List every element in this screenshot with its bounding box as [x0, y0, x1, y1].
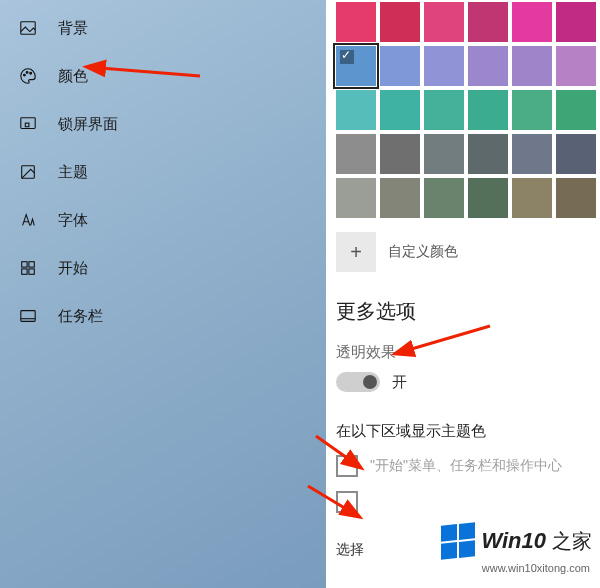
- color-swatch[interactable]: [468, 2, 508, 42]
- color-swatch[interactable]: [336, 178, 376, 218]
- color-swatch[interactable]: [556, 134, 596, 174]
- watermark-brand: Win10: [481, 528, 546, 554]
- color-swatch[interactable]: [512, 134, 552, 174]
- taskbar-icon: [18, 306, 38, 326]
- svg-point-1: [24, 74, 26, 76]
- image-icon: [18, 18, 38, 38]
- windows-icon: [441, 522, 475, 560]
- color-swatch[interactable]: [556, 178, 596, 218]
- start-icon: [18, 258, 38, 278]
- transparency-toggle[interactable]: [336, 372, 380, 392]
- svg-rect-10: [29, 269, 34, 274]
- color-swatch[interactable]: [512, 2, 552, 42]
- color-swatch[interactable]: [424, 134, 464, 174]
- accent-check-row-start: "开始"菜单、任务栏和操作中心: [336, 455, 600, 477]
- color-swatch[interactable]: [336, 134, 376, 174]
- sidebar-item-label: 颜色: [58, 67, 88, 86]
- color-swatch[interactable]: [336, 2, 376, 42]
- watermark-logo: Win10 之家: [441, 524, 592, 558]
- svg-rect-8: [29, 262, 34, 267]
- svg-rect-7: [22, 262, 27, 267]
- color-swatch[interactable]: [468, 90, 508, 130]
- accent-check-2[interactable]: [336, 491, 358, 513]
- color-swatch[interactable]: [468, 46, 508, 86]
- color-swatch[interactable]: [424, 178, 464, 218]
- settings-sidebar: 背景 颜色 锁屏界面 主题 字体: [0, 0, 326, 588]
- accent-check-start[interactable]: [336, 455, 358, 477]
- sidebar-item-lockscreen[interactable]: 锁屏界面: [0, 100, 326, 148]
- sidebar-item-label: 背景: [58, 19, 88, 38]
- color-swatch[interactable]: [424, 46, 464, 86]
- sidebar-item-fonts[interactable]: 字体: [0, 196, 326, 244]
- color-swatch[interactable]: [512, 46, 552, 86]
- color-swatch[interactable]: [424, 2, 464, 42]
- color-swatch[interactable]: [380, 2, 420, 42]
- color-swatch[interactable]: [556, 2, 596, 42]
- color-swatch[interactable]: [512, 90, 552, 130]
- transparency-toggle-text: 开: [392, 373, 407, 392]
- svg-rect-5: [25, 123, 29, 127]
- watermark-url: www.win10xitong.com: [482, 562, 590, 574]
- sidebar-item-label: 字体: [58, 211, 88, 230]
- svg-point-3: [30, 72, 32, 74]
- sidebar-item-label: 主题: [58, 163, 88, 182]
- color-swatch[interactable]: [380, 134, 420, 174]
- sidebar-item-label: 锁屏界面: [58, 115, 118, 134]
- accent-check-label: "开始"菜单、任务栏和操作中心: [370, 457, 562, 475]
- sidebar-item-background[interactable]: 背景: [0, 4, 326, 52]
- lockscreen-icon: [18, 114, 38, 134]
- color-swatch[interactable]: [336, 90, 376, 130]
- font-icon: [18, 210, 38, 230]
- sidebar-item-themes[interactable]: 主题: [0, 148, 326, 196]
- custom-color-row: + 自定义颜色: [336, 232, 600, 272]
- sidebar-item-colors[interactable]: 颜色: [0, 52, 326, 100]
- settings-main: ✓ + 自定义颜色 更多选项 透明效果 开 在以下区域显示主题色 "开始"菜单、…: [326, 0, 600, 588]
- color-swatch[interactable]: [468, 178, 508, 218]
- sidebar-item-label: 任务栏: [58, 307, 103, 326]
- more-options-title: 更多选项: [336, 298, 600, 325]
- accent-areas-title: 在以下区域显示主题色: [336, 422, 600, 441]
- watermark-suffix: 之家: [552, 528, 592, 555]
- color-swatch[interactable]: [380, 178, 420, 218]
- palette-icon: [18, 66, 38, 86]
- color-swatch[interactable]: ✓: [336, 46, 376, 86]
- svg-rect-9: [22, 269, 27, 274]
- sidebar-item-start[interactable]: 开始: [0, 244, 326, 292]
- accent-check-row-2: [336, 491, 600, 513]
- custom-color-add-button[interactable]: +: [336, 232, 376, 272]
- theme-icon: [18, 162, 38, 182]
- color-swatch[interactable]: [556, 46, 596, 86]
- color-swatch[interactable]: [512, 178, 552, 218]
- custom-color-label: 自定义颜色: [388, 243, 458, 261]
- color-swatch[interactable]: [424, 90, 464, 130]
- color-swatch[interactable]: [380, 90, 420, 130]
- color-palette: ✓: [336, 2, 600, 218]
- check-icon: ✓: [341, 48, 351, 62]
- sidebar-item-taskbar[interactable]: 任务栏: [0, 292, 326, 340]
- color-swatch[interactable]: [468, 134, 508, 174]
- svg-rect-11: [21, 311, 35, 322]
- sidebar-item-label: 开始: [58, 259, 88, 278]
- color-swatch[interactable]: [556, 90, 596, 130]
- svg-point-2: [26, 72, 28, 74]
- color-swatch[interactable]: [380, 46, 420, 86]
- transparency-label: 透明效果: [336, 343, 600, 362]
